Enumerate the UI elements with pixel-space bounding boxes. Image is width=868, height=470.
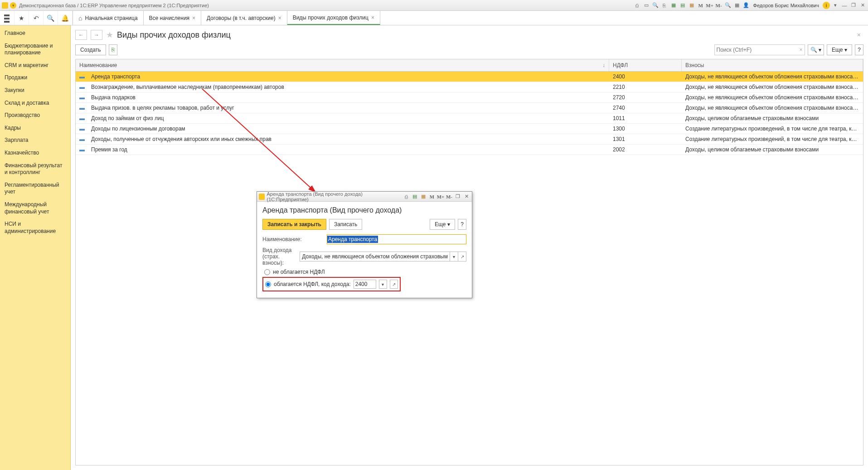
kind-dropdown-icon[interactable]: ▾ [450,252,458,261]
radio-not-taxed[interactable]: не облагается НДФЛ [264,269,466,275]
dialog-more-button[interactable]: Еще ▾ [430,219,455,230]
sidebar-item-finresult[interactable]: Финансовый результат и контроллинг [0,160,70,179]
favorite-icon[interactable]: ★ [15,11,29,25]
sidebar-item-ifrs[interactable]: Международный финансовый учет [0,199,70,218]
code-input[interactable]: 2400 [354,280,376,289]
table-row[interactable]: ▬Вознаграждение, выплачиваемое наследник… [76,82,863,92]
tab-all-accruals[interactable]: Все начисления × [144,11,202,25]
print-icon[interactable]: ⎙ [634,2,641,9]
nav-back-button[interactable]: ← [75,30,87,40]
col-name-header[interactable]: Наименование [76,59,609,71]
radio-taxed-input[interactable] [265,281,271,287]
memory-mplus-icon[interactable]: M+ [706,2,713,9]
calendar-icon[interactable]: ▦ [688,2,695,9]
col-ndfl-header[interactable]: НДФЛ [609,59,682,71]
row-ndfl: 2720 [609,92,682,102]
sidebar-item-regulated[interactable]: Регламентированный учет [0,179,70,199]
more-button[interactable]: Еще ▾ [827,44,852,55]
window-minimize-icon[interactable]: — [841,2,848,9]
sidebar-item-crm[interactable]: CRM и маркетинг [0,59,70,72]
save-close-button[interactable]: Записать и закрыть [262,219,326,230]
search-icon[interactable]: 🔍 [652,2,659,9]
table-row[interactable]: ▬Выдача призов. в целях рекламы товаров,… [76,103,863,113]
apps-menu-icon[interactable] [0,11,15,25]
dialog-print-icon[interactable]: ⎙ [402,193,410,200]
copy-button[interactable]: ⎘ [109,44,117,55]
save-button[interactable]: Записать [329,219,362,230]
tab-close-icon[interactable]: × [278,15,281,21]
search-input-wrap[interactable]: × [714,44,805,55]
dialog-m-icon[interactable]: M [428,193,436,200]
favorite-star-icon[interactable]: ★ [106,30,113,40]
col-vzn-header[interactable]: Взносы [682,59,863,71]
window-close-icon[interactable]: ✕ [859,2,866,9]
name-input[interactable]: Аренда транспорта [327,236,378,243]
name-input-wrap[interactable]: Аренда транспорта [327,234,466,244]
dialog-help-button[interactable]: ? [458,219,466,230]
nav-forward-button[interactable]: → [91,30,102,40]
grid-icon[interactable]: ▦ [733,2,741,9]
search-toolbar-icon[interactable]: 🔍 [44,11,58,25]
dialog-mplus-icon[interactable]: M+ [437,193,444,200]
app-menu-dropdown-icon[interactable]: ▾ [10,2,16,9]
page-close-icon[interactable]: × [857,31,863,39]
memory-mminus-icon[interactable]: M- [715,2,723,9]
sidebar-item-warehouse[interactable]: Склад и доставка [0,97,70,110]
page-title: Виды прочих доходов физлиц [117,30,231,40]
sidebar-item-production[interactable]: Производство [0,109,70,122]
code-open-icon[interactable]: ↗ [390,280,398,289]
create-button[interactable]: Создать [75,44,106,55]
table-row[interactable]: ▬Премия за год2002Доходы, целиком облага… [76,145,863,155]
user-icon: 👤 [742,2,750,9]
kind-combo[interactable]: Доходы, не являющиеся объектом обложения… [300,252,466,262]
help-button[interactable]: ? [855,44,863,55]
dialog-calendar-icon[interactable]: ▦ [420,193,427,200]
tab-contracts[interactable]: Договоры (в т.ч. авторские) × [201,11,287,25]
dialog-mminus-icon[interactable]: M- [446,193,453,200]
sidebar-item-treasury[interactable]: Казначейство [0,147,70,160]
dialog-table-icon[interactable]: ▤ [411,193,418,200]
search-input[interactable] [717,47,800,53]
tab-close-icon[interactable]: × [192,15,195,21]
user-name[interactable]: Федоров Борис Михайлович [753,3,819,8]
dialog-logo-icon [259,194,265,200]
tab-home[interactable]: ⌂ Начальная страница [73,11,144,25]
row-ndfl: 1301 [609,134,682,144]
table-row[interactable]: ▬Доходы по лицензионным договорам1300Соз… [76,124,863,134]
memory-m-icon[interactable]: M [697,2,704,9]
chevron-down-icon[interactable]: ▾ [832,2,839,9]
sidebar-item-budgeting[interactable]: Бюджетирование и планирование [0,40,70,59]
sidebar-item-admin[interactable]: НСИ и администрирование [0,218,70,237]
zoom-icon[interactable]: 🔍 [724,2,732,9]
tab-income-types[interactable]: Виды прочих доходов физлиц × [287,11,380,25]
history-icon[interactable]: ↶ [29,11,44,25]
code-dropdown-icon[interactable]: ▾ [379,280,387,289]
sidebar-item-sales[interactable]: Продажи [0,72,70,84]
window-restore-icon[interactable]: ❐ [850,2,857,9]
radio-taxed[interactable]: облагается НДФЛ, код дохода: [265,281,351,287]
table-row[interactable]: ▬Доходы, полученные от отчуждения авторс… [76,134,863,145]
kind-label: Вид дохода (страх. взносы): [262,247,297,266]
link-icon[interactable]: ⎘ [661,2,668,9]
dialog-close-icon[interactable]: ✕ [463,193,470,200]
search-button[interactable]: 🔍 ▾ [808,44,824,55]
table-icon[interactable]: ▤ [679,2,686,9]
tab-close-icon[interactable]: × [371,15,374,21]
sidebar-item-main[interactable]: Главное [0,27,70,40]
notifications-icon[interactable]: 🔔 [58,11,73,25]
sidebar-item-procurement[interactable]: Закупки [0,84,70,97]
calc-icon[interactable]: ▦ [670,2,677,9]
dialog-restore-icon[interactable]: ❐ [454,193,461,200]
dialog-titlebar[interactable]: Аренда транспорта (Вид прочего дохода) (… [257,192,472,202]
sidebar-item-salary[interactable]: Зарплата [0,134,70,147]
radio-not-taxed-input[interactable] [264,269,270,275]
doc-icon[interactable]: ▭ [643,2,650,9]
kind-open-icon[interactable]: ↗ [458,252,466,261]
table-row[interactable]: ▬Аренда транспорта2400Доходы, не являющи… [76,72,863,82]
info-icon[interactable]: i [823,2,830,9]
table-row[interactable]: ▬Выдача подарков2720Доходы, не являющиес… [76,92,863,103]
table-row[interactable]: ▬Доход по займам от физ лиц1011Доходы, ц… [76,113,863,124]
search-clear-icon[interactable]: × [800,47,803,53]
sidebar-item-hr[interactable]: Кадры [0,122,70,135]
tab-label: Виды прочих доходов физлиц [293,15,369,21]
